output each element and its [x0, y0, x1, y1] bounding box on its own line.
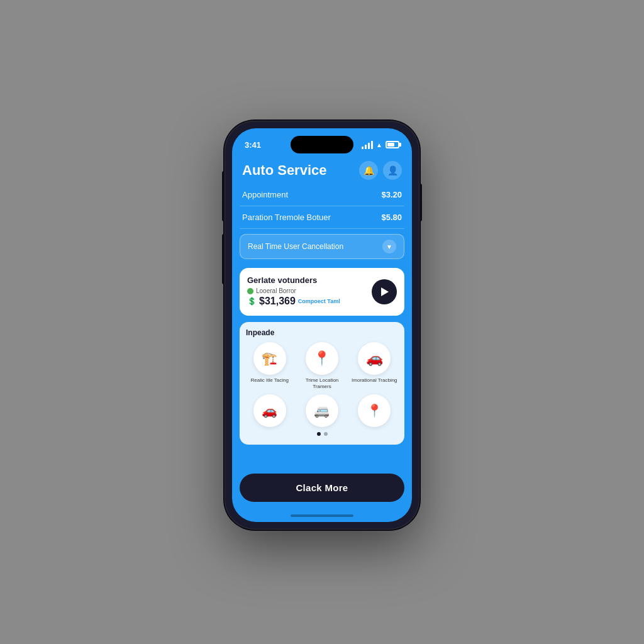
building-icon: 🏗️ [262, 351, 277, 366]
status-time: 3:41 [245, 140, 261, 150]
feature-label-2: Trime Location Tramers [298, 377, 345, 389]
phone-shell: 3:41 ▲ Auto Service [225, 121, 419, 530]
feature-circle-1: 🏗️ [253, 342, 286, 375]
feature-label-3: Imorational Tracbing [352, 377, 397, 384]
menu-price-2: $5.80 [381, 213, 402, 222]
cta-area: Clack More [232, 469, 412, 512]
card-sub-row-1: Looeral Borror [247, 287, 365, 294]
app-title: Auto Service [242, 162, 327, 179]
phone-screen: 3:41 ▲ Auto Service [232, 128, 412, 522]
card-info: Gerlate votunders Looeral Borror 💲 $31,3… [247, 275, 365, 308]
red-car-icon: 🚗 [262, 403, 277, 418]
feature-item-2[interactable]: 📍 Trime Location Tramers [298, 342, 345, 389]
dollar-icon: 💲 [247, 297, 257, 306]
device-wrapper: 3:41 ▲ Auto Service [215, 121, 429, 548]
app-content: Appointment $3.20 Paration Tremole Botue… [232, 184, 412, 469]
features-grid-bottom: 🚗 🚐 📍 [246, 394, 398, 427]
bell-icon: 🔔 [364, 165, 374, 175]
map-pin-icon: 📍 [313, 350, 330, 367]
card-title: Gerlate votunders [247, 275, 365, 285]
cta-button[interactable]: Clack More [240, 474, 404, 502]
card-sub-row-2: 💲 $31,369 Compoect Taml [247, 296, 365, 307]
battery-icon [386, 141, 399, 148]
van-icon: 🚐 [314, 403, 330, 418]
feature-circle-3: 🚗 [358, 342, 391, 375]
header-icons: 🔔 👤 [359, 161, 402, 180]
app-header: Auto Service 🔔 👤 [232, 156, 412, 184]
chevron-down-icon: ▼ [382, 240, 396, 253]
scene: 3:41 ▲ Auto Service [0, 0, 644, 644]
features-grid-top: 🏗️ Realic Itle Tacing 📍 Trime Location T… [246, 342, 398, 389]
feature-item-4[interactable]: 🚗 [246, 394, 293, 427]
play-button[interactable] [372, 279, 397, 304]
play-icon [381, 287, 389, 296]
featured-card: Gerlate votunders Looeral Borror 💲 $31,3… [240, 268, 404, 316]
pagination-dot-1[interactable] [317, 432, 321, 436]
feature-circle-5: 🚐 [306, 394, 338, 427]
profile-button[interactable]: 👤 [383, 161, 402, 180]
feature-circle-2: 📍 [306, 342, 338, 375]
feature-item-1[interactable]: 🏗️ Realic Itle Tacing [246, 342, 293, 389]
feature-item-6[interactable]: 📍 [351, 394, 398, 427]
car-icon: 🚗 [366, 350, 383, 367]
menu-item-1[interactable]: Appointment $3.20 [240, 184, 404, 206]
card-price: $31,369 [259, 296, 296, 307]
menu-label-1: Appointment [242, 190, 288, 199]
user-icon: 👤 [387, 165, 398, 175]
dynamic-island [291, 136, 353, 153]
dropdown-selector[interactable]: Real Time User Cancellation ▼ [240, 234, 404, 259]
feature-circle-6: 📍 [358, 394, 391, 427]
feature-item-5[interactable]: 🚐 [298, 394, 345, 427]
menu-label-2: Paration Tremole Botuer [242, 213, 331, 222]
features-section-title: Inpeade [246, 328, 398, 337]
feature-circle-4: 🚗 [253, 394, 286, 427]
menu-item-2[interactable]: Paration Tremole Botuer $5.80 [240, 206, 404, 229]
feature-item-3[interactable]: 🚗 Imorational Tracbing [351, 342, 398, 389]
pagination-dot-2[interactable] [324, 432, 328, 436]
pagination-dots [246, 432, 398, 436]
status-dot-green [247, 288, 253, 294]
signal-bars-icon [362, 141, 373, 149]
location-pin-icon: 📍 [367, 403, 382, 418]
card-sub-text-1: Looeral Borror [256, 287, 296, 294]
notification-button[interactable]: 🔔 [359, 161, 378, 180]
status-icons: ▲ [362, 141, 399, 149]
home-indicator [291, 514, 353, 517]
dropdown-label: Real Time User Cancellation [248, 242, 343, 251]
feature-label-1: Realic Itle Tacing [251, 377, 289, 384]
card-price-sub: Compoect Taml [298, 298, 340, 304]
menu-price-1: $3.20 [381, 190, 402, 199]
features-section: Inpeade 🏗️ Realic Itle Tacing 📍 [240, 322, 404, 445]
wifi-icon: ▲ [376, 142, 382, 148]
